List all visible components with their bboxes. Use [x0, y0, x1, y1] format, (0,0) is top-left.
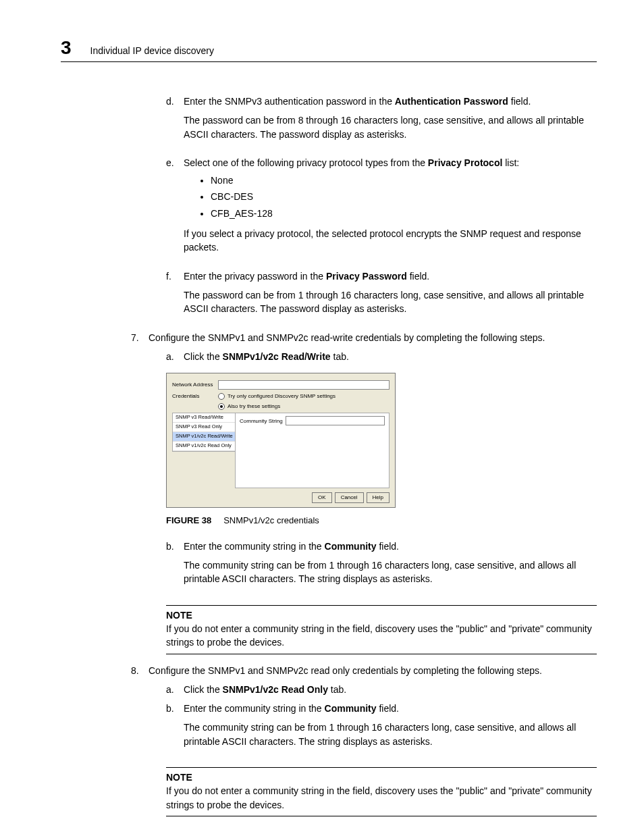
note-text: If you do not enter a community string i…: [166, 622, 597, 650]
marker: f.: [166, 269, 184, 325]
dialog-snmp-credentials: Network Address Credentials Try only con…: [166, 373, 396, 508]
chapter-number: 3: [61, 37, 72, 59]
dialog-tabs: SNMP v3 Read/Write SNMP v3 Read Only SNM…: [172, 413, 236, 452]
list-item: CFB_AES-128: [211, 207, 597, 220]
credentials-label: Credentials: [172, 392, 218, 400]
paragraph: If you select a privacy protocol, the se…: [184, 227, 597, 255]
network-address-input[interactable]: [218, 380, 390, 390]
radio-label: Also try these settings: [227, 402, 280, 411]
substep-8a: a. Click the SNMPv1/v2c Read Only tab.: [166, 683, 597, 696]
text: field.: [377, 541, 399, 552]
tab-snmpv3-ro[interactable]: SNMP v3 Read Only: [173, 423, 235, 432]
paragraph: The community string can be from 1 throu…: [184, 558, 597, 586]
text: field.: [407, 271, 429, 282]
text: Click the: [184, 351, 223, 362]
ok-button[interactable]: OK: [312, 492, 332, 503]
tab-snmpv1v2c-ro[interactable]: SNMP v1/v2c Read Only: [173, 442, 235, 451]
tab-snmpv1v2c-rw[interactable]: SNMP v1/v2c Read/Write: [173, 432, 235, 442]
marker: a.: [166, 683, 184, 696]
text: Select one of the following privacy prot…: [184, 157, 428, 168]
radio-label: Try only configured Discovery SNMP setti…: [227, 392, 336, 400]
text: Enter the community string in the: [184, 541, 325, 552]
marker: b.: [166, 702, 184, 758]
bold: Privacy Password: [326, 271, 407, 282]
note-label: NOTE: [166, 771, 597, 784]
bold: Community: [325, 703, 377, 714]
substep-d-body: Enter the SNMPv3 authentication password…: [184, 95, 597, 151]
text: Enter the privacy password in the: [184, 271, 326, 282]
figure-38: Network Address Credentials Try only con…: [166, 373, 597, 508]
step-8-body: Configure the SNMPv1 and SNMPv2c read on…: [149, 664, 597, 677]
bullet-list: None CBC-DES CFB_AES-128: [184, 174, 597, 220]
figure-label: FIGURE 38: [166, 515, 211, 525]
substep-f-body: Enter the privacy password in the Privac…: [184, 269, 597, 325]
dialog-buttons: OK Cancel Help: [172, 492, 390, 503]
text: Enter the community string in the: [184, 703, 325, 714]
figure-caption-text: SNMPv1/v2c credentials: [223, 515, 319, 525]
text: tab.: [331, 351, 349, 362]
step-7: 7. Configure the SNMPv1 and SNMPv2c read…: [131, 331, 597, 344]
radio-icon: [218, 393, 225, 400]
page: 3 Individual IP device discovery d. Ente…: [0, 0, 644, 834]
note-box: NOTE If you do not enter a community str…: [166, 605, 597, 654]
bold: Community: [325, 541, 377, 552]
text: list:: [502, 157, 519, 168]
list-item: None: [211, 174, 597, 187]
radio-icon: [218, 403, 225, 410]
radio-also-try[interactable]: Also try these settings: [218, 402, 336, 411]
note-label: NOTE: [166, 608, 597, 622]
substep-8a-body: Click the SNMPv1/v2c Read Only tab.: [184, 683, 597, 696]
substep-8b-body: Enter the community string in the Commun…: [184, 702, 597, 758]
substep-7a: a. Click the SNMPv1/v2c Read/Write tab.: [166, 350, 597, 363]
marker: b.: [166, 540, 184, 596]
substep-d: d. Enter the SNMPv3 authentication passw…: [166, 95, 597, 151]
marker: 7.: [131, 331, 149, 344]
figure-caption: FIGURE 38SNMPv1/v2c credentials: [166, 515, 597, 527]
paragraph: The password can be from 8 through 16 ch…: [184, 113, 597, 141]
dialog-row-network-address: Network Address: [172, 380, 390, 390]
text: Enter the SNMPv3 authentication password…: [184, 96, 395, 107]
marker: a.: [166, 350, 184, 363]
dialog-body: SNMP v3 Read/Write SNMP v3 Read Only SNM…: [172, 413, 390, 488]
text: Configure the SNMPv1 and SNMPv2c read on…: [149, 665, 542, 676]
bold: SNMPv1/v2c Read/Write: [223, 351, 331, 362]
cancel-button[interactable]: Cancel: [335, 492, 364, 503]
credentials-radios: Try only configured Discovery SNMP setti…: [218, 392, 336, 410]
substep-8b: b. Enter the community string in the Com…: [166, 702, 597, 758]
substep-7b: b. Enter the community string in the Com…: [166, 540, 597, 596]
paragraph: The password can be from 1 through 16 ch…: [184, 288, 597, 316]
content-body: d. Enter the SNMPv3 authentication passw…: [149, 95, 597, 816]
note-box: NOTE If you do not enter a community str…: [166, 767, 597, 816]
page-header: 3 Individual IP device discovery: [61, 37, 597, 62]
header-title: Individual IP device discovery: [90, 45, 214, 56]
marker: e.: [166, 156, 184, 264]
substep-e-body: Select one of the following privacy prot…: [184, 156, 597, 264]
text: field.: [377, 703, 399, 714]
community-string-row: Community String: [240, 416, 385, 425]
community-string-input[interactable]: [286, 416, 385, 425]
radio-try-only[interactable]: Try only configured Discovery SNMP setti…: [218, 392, 336, 400]
substep-e: e. Select one of the following privacy p…: [166, 156, 597, 264]
marker: 8.: [131, 664, 149, 677]
community-string-label: Community String: [240, 417, 286, 425]
text: field.: [508, 96, 531, 107]
bold: SNMPv1/v2c Read Only: [223, 684, 328, 695]
substep-7b-body: Enter the community string in the Commun…: [184, 540, 597, 596]
note-text: If you do not enter a community string i…: [166, 784, 597, 812]
marker: d.: [166, 95, 184, 151]
text: Click the: [184, 684, 223, 695]
text: Configure the SNMPv1 and SNMPv2c read-wr…: [149, 332, 545, 343]
substep-f: f. Enter the privacy password in the Pri…: [166, 269, 597, 325]
bold: Privacy Protocol: [428, 157, 503, 168]
paragraph: The community string can be from 1 throu…: [184, 721, 597, 748]
text: tab.: [328, 684, 346, 695]
substep-7a-body: Click the SNMPv1/v2c Read/Write tab.: [184, 350, 597, 363]
dialog-row-credentials: Credentials Try only configured Discover…: [172, 392, 390, 410]
tab-snmpv3-rw[interactable]: SNMP v3 Read/Write: [173, 413, 235, 423]
step-7-body: Configure the SNMPv1 and SNMPv2c read-wr…: [149, 331, 597, 344]
dialog-pane: Community String: [235, 413, 390, 488]
network-address-label: Network Address: [172, 381, 218, 389]
list-item: CBC-DES: [211, 190, 597, 203]
bold: Authentication Password: [395, 96, 508, 107]
help-button[interactable]: Help: [367, 492, 390, 503]
